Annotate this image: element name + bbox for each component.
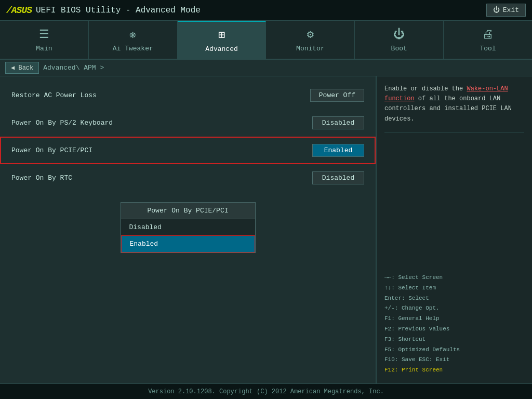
nav-tabs: ☰ Main ❋ Ai Tweaker ⊞ Advanced ⚙ Monitor…: [0, 21, 532, 60]
footer: Version 2.10.1208. Copyright (C) 2012 Am…: [0, 383, 532, 399]
keybind-f2: F2: Previous Values: [384, 324, 524, 335]
setting-power-pcie[interactable]: Power On By PCIE/PCI Enabled: [0, 137, 376, 164]
tool-icon: 🖨: [482, 28, 494, 42]
keybind-f12: F12: Print Screen: [384, 365, 524, 376]
setting-power-ps2[interactable]: Power On By PS/2 Keyboard Disabled: [0, 109, 376, 137]
keybind-f1: F1: General Help: [384, 314, 524, 324]
right-panel: Enable or disable the Wake-on-LAN functi…: [376, 76, 532, 383]
dropdown-title: Power On By PCIE/PCI: [121, 203, 255, 219]
dropdown-menu: Power On By PCIE/PCI Disabled Enabled: [121, 202, 256, 253]
advanced-icon: ⊞: [218, 28, 225, 42]
keybinds: →←: Select Screen ↑↓: Select Item Enter:…: [384, 273, 524, 376]
setting-restore-ac[interactable]: Restore AC Power Loss Power Off: [0, 82, 376, 109]
dropdown-option-enabled[interactable]: Enabled: [121, 235, 255, 252]
main-content: Restore AC Power Loss Power Off Power On…: [0, 76, 532, 383]
monitor-icon: ⚙: [307, 28, 314, 42]
main-icon: ☰: [39, 28, 49, 42]
keybind-select-item: ↑↓: Select Item: [384, 283, 524, 294]
help-text: Enable or disable the Wake-on-LAN functi…: [384, 84, 524, 132]
boot-icon: ⏻: [393, 28, 405, 42]
asus-logo: /ASUS: [6, 5, 32, 16]
footer-text: Version 2.10.1208. Copyright (C) 2012 Am…: [148, 388, 384, 395]
keybind-f5: F5: Optimized Defaults: [384, 345, 524, 355]
tab-main[interactable]: ☰ Main: [0, 21, 89, 59]
exit-button[interactable]: ⏻ Exit: [486, 4, 526, 17]
wake-on-lan-text: Wake-on-LAN function: [384, 85, 508, 102]
tab-boot[interactable]: ⏻ Boot: [355, 21, 444, 59]
breadcrumb-path: Advanced\ APM >: [43, 64, 104, 72]
header-logo: /ASUS UEFI BIOS Utility - Advanced Mode: [6, 5, 201, 16]
back-button[interactable]: ◀ Back: [5, 62, 39, 74]
tab-monitor[interactable]: ⚙ Monitor: [266, 21, 355, 59]
breadcrumb: ◀ Back Advanced\ APM >: [0, 60, 532, 76]
keybind-f3: F3: Shortcut: [384, 335, 524, 345]
tab-advanced[interactable]: ⊞ Advanced: [178, 21, 267, 59]
dropdown-option-disabled[interactable]: Disabled: [121, 219, 255, 235]
header-title: UEFI BIOS Utility - Advanced Mode: [36, 6, 201, 15]
ai-tweaker-icon: ❋: [129, 28, 136, 42]
keybind-select-screen: →←: Select Screen: [384, 273, 524, 283]
keybind-change: +/-: Change Opt.: [384, 303, 524, 314]
left-panel: Restore AC Power Loss Power Off Power On…: [0, 76, 376, 383]
keybind-enter: Enter: Select: [384, 294, 524, 304]
header: /ASUS UEFI BIOS Utility - Advanced Mode …: [0, 0, 532, 21]
setting-power-rtc[interactable]: Power On By RTC Disabled: [0, 164, 376, 192]
tab-ai-tweaker[interactable]: ❋ Ai Tweaker: [89, 21, 178, 59]
exit-icon: ⏻: [493, 6, 500, 14]
tab-tool[interactable]: 🖨 Tool: [444, 21, 532, 59]
keybind-f10-esc: F10: Save ESC: Exit: [384, 355, 524, 365]
